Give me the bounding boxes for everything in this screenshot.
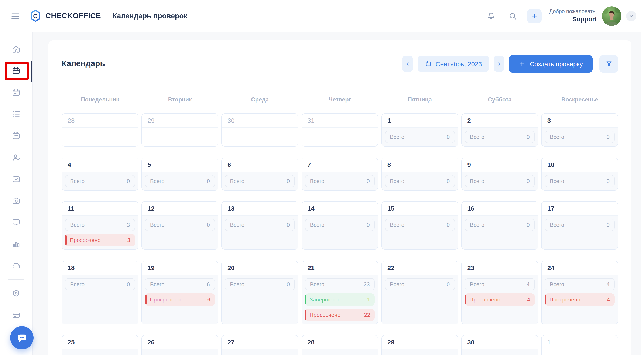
calendar-day-cell[interactable]: 21Всего23Завершено1Просрочено22 [302, 261, 378, 324]
chevron-down-icon[interactable] [626, 11, 636, 21]
calendar-day-cell[interactable]: 15Всего0 [382, 201, 458, 250]
calendar-day-cell[interactable]: 28 [302, 335, 378, 355]
calendar-day-cell[interactable]: 9Всего0 [461, 157, 538, 190]
chat-fab[interactable] [10, 326, 34, 350]
calendar-board-icon [12, 88, 21, 97]
search-icon[interactable] [508, 11, 517, 20]
sidebar-item-home[interactable] [0, 38, 32, 60]
day-body [542, 349, 618, 355]
day-number: 1 [382, 114, 458, 127]
badge-value: 0 [606, 222, 610, 228]
badge-label: Всего [70, 178, 84, 184]
sidebar-item-calendar[interactable] [0, 60, 32, 82]
calendar-day-cell[interactable]: 10Всего0 [542, 157, 618, 190]
badge-label: Всего [390, 281, 404, 287]
calendar-day-cell[interactable]: 22Всего0 [382, 261, 458, 324]
day-body: Всего4Просрочено4 [462, 275, 538, 324]
day-body: Всего0 [62, 275, 138, 324]
calendar-day-cell[interactable]: 30 [461, 335, 538, 355]
month-selector[interactable]: Сентябрь, 2023 [418, 56, 489, 72]
calendar-day-cell[interactable]: 29 [382, 335, 458, 355]
sidebar-item-messages[interactable] [0, 212, 32, 233]
calendar-day-cell[interactable]: 16Всего0 [461, 201, 538, 250]
calendar-day-cell[interactable]: 25 [62, 335, 138, 355]
sidebar-item-reports[interactable] [0, 233, 32, 255]
day-body: Всего23Завершено1Просрочено22 [302, 275, 378, 324]
badge-label: Всего [550, 281, 564, 287]
sidebar-item-list[interactable] [0, 103, 32, 125]
day-body: Всего0 [142, 215, 218, 249]
calendar-day-cell[interactable]: 6Всего0 [222, 157, 298, 190]
calendar-day-cell[interactable]: 24Всего4Просрочено4 [542, 261, 618, 324]
sidebar-item-employees[interactable] [0, 147, 32, 168]
total-badge: Всего3 [65, 219, 135, 231]
calendar-day-cell[interactable]: 11Всего3Просрочено3 [62, 201, 138, 250]
list-icon [12, 110, 21, 119]
calendar-day-cell[interactable]: 4Всего0 [62, 157, 138, 190]
calendar-week-row: 282930311Всего02Всего03Всего0 [62, 113, 618, 146]
calendar-day-cell[interactable]: 2Всего0 [461, 113, 538, 146]
day-number: 24 [542, 261, 618, 275]
sidebar-item-photos[interactable] [0, 190, 32, 212]
badge-value: 1 [367, 296, 370, 303]
day-body [62, 127, 138, 146]
scrollbar[interactable] [640, 0, 644, 355]
create-check-button[interactable]: Создать проверку [509, 55, 592, 72]
calendar-day-cell[interactable]: 20Всего0 [222, 261, 298, 324]
sidebar-item-checks[interactable] [0, 168, 32, 190]
badge-value: 0 [207, 222, 210, 228]
day-number: 25 [62, 336, 138, 349]
avatar[interactable] [602, 6, 622, 26]
total-badge: Всего0 [465, 219, 534, 231]
calendar-day-cell[interactable]: 17Всего0 [542, 201, 618, 250]
calendar-day-cell[interactable]: 3Всего0 [542, 113, 618, 146]
day-number: 13 [222, 202, 298, 215]
calendar-day-cell[interactable]: 30 [222, 113, 298, 146]
calendar-day-cell[interactable]: 26 [142, 335, 218, 355]
day-body [302, 127, 378, 146]
calendar-day-cell[interactable]: 27 [222, 335, 298, 355]
calendar-day-cell[interactable]: 31 [302, 113, 378, 146]
calendar-day-cell[interactable]: 1Всего0 [382, 113, 458, 146]
sidebar-item-notepad[interactable] [0, 125, 32, 147]
badge-label: Всего [390, 178, 404, 184]
badge-value: 4 [607, 296, 610, 303]
day-number: 11 [62, 202, 138, 215]
day-body: Всего0 [222, 275, 298, 324]
badge-value: 0 [447, 134, 450, 140]
hamburger-menu-icon[interactable] [10, 11, 20, 21]
calendar-day-cell[interactable]: 8Всего0 [382, 157, 458, 190]
calendar-day-cell[interactable]: 18Всего0 [62, 261, 138, 324]
calendar-day-cell[interactable]: 13Всего0 [222, 201, 298, 250]
quick-add-button[interactable] [527, 9, 542, 23]
total-badge: Всего0 [305, 175, 375, 187]
day-number: 3 [542, 114, 618, 127]
calendar-day-cell[interactable]: 29 [142, 113, 218, 146]
calendar-day-cell[interactable]: 19Всего6Просрочено6 [142, 261, 218, 324]
day-number: 28 [62, 114, 138, 127]
sidebar-item-planner[interactable] [0, 82, 32, 103]
calendar-day-cell[interactable]: 23Всего4Просрочено4 [461, 261, 538, 324]
credit-card-icon [12, 311, 21, 320]
calendar-day-cell[interactable]: 5Всего0 [142, 157, 218, 190]
day-body: Всего0 [222, 171, 298, 190]
next-month-button[interactable] [494, 56, 504, 72]
day-number: 9 [462, 158, 538, 171]
sidebar-item-storage[interactable] [0, 255, 32, 277]
top-header: C CHECKOFFICE Календарь проверок Добро п… [0, 0, 644, 32]
bell-icon[interactable] [486, 11, 496, 20]
sidebar-nav [0, 32, 32, 326]
sidebar-item-billing[interactable] [0, 304, 32, 326]
calendar-day-cell[interactable]: 1 [542, 335, 618, 355]
calendar-day-cell[interactable]: 14Всего0 [302, 201, 378, 250]
sidebar-divider [8, 279, 24, 280]
sidebar-item-settings[interactable] [0, 283, 32, 304]
filter-button[interactable] [600, 55, 618, 72]
calendar-day-cell[interactable]: 12Всего0 [142, 201, 218, 250]
calendar-day-cell[interactable]: 28 [62, 113, 138, 146]
prev-month-button[interactable] [402, 56, 413, 72]
svg-text:C: C [33, 12, 38, 19]
calendar-day-cell[interactable]: 7Всего0 [302, 157, 378, 190]
day-number: 12 [142, 202, 218, 215]
day-body [462, 349, 538, 355]
